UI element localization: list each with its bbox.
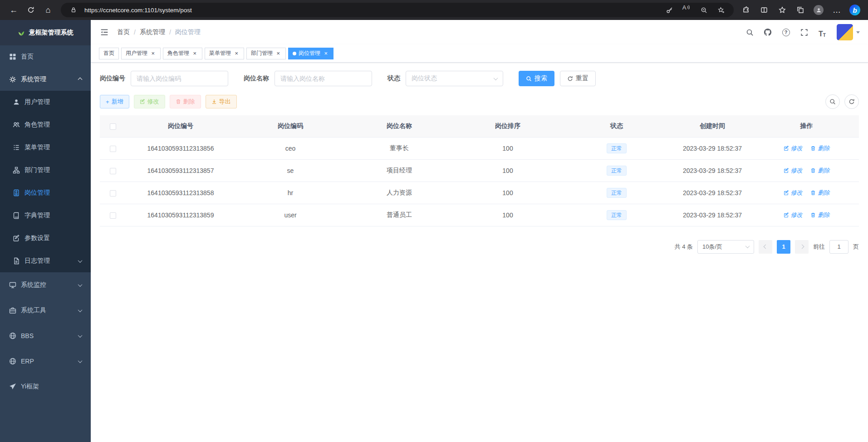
edit-link[interactable]: 修改 bbox=[784, 211, 803, 219]
refresh-table-button[interactable] bbox=[844, 94, 859, 109]
cell-post-sort: 100 bbox=[453, 182, 563, 204]
sidebar-menu: 首页 系统管理 用户管理 角色管理 菜单管理 bbox=[0, 45, 91, 399]
cell-post-name: 人力资源 bbox=[346, 182, 453, 204]
help-icon[interactable]: ? bbox=[780, 27, 791, 38]
sidebar-item-log-mgmt[interactable]: 日志管理 bbox=[0, 250, 91, 272]
chevron-down-icon bbox=[78, 333, 83, 338]
extensions-icon[interactable] bbox=[738, 2, 754, 18]
close-icon[interactable]: × bbox=[191, 50, 198, 57]
browser-address-bar[interactable]: https://ccnetcore.com:1101/system/post A bbox=[61, 3, 734, 17]
goto-unit-label: 页 bbox=[853, 243, 859, 251]
add-favorite-icon[interactable] bbox=[715, 4, 727, 16]
cell-post-id: 1641030593112313859 bbox=[126, 204, 235, 226]
search-button[interactable]: 搜索 bbox=[519, 71, 554, 86]
row-checkbox[interactable] bbox=[110, 212, 116, 219]
url-text[interactable]: https://ccnetcore.com:1101/system/post bbox=[84, 7, 192, 14]
github-icon[interactable] bbox=[762, 27, 773, 38]
close-icon[interactable]: × bbox=[233, 50, 240, 57]
column-post-name: 岗位名称 bbox=[346, 115, 453, 137]
tab-menu-mgmt[interactable]: 菜单管理 × bbox=[205, 48, 244, 59]
goto-page-input[interactable] bbox=[829, 240, 848, 254]
sidebar-item-user-mgmt[interactable]: 用户管理 bbox=[0, 91, 91, 113]
cell-created-time: 2023-03-29 18:52:37 bbox=[671, 204, 754, 226]
sidebar-item-dept-mgmt[interactable]: 部门管理 bbox=[0, 159, 91, 182]
page-size-select[interactable]: 10条/页 bbox=[697, 240, 754, 254]
user-icon bbox=[13, 98, 20, 106]
browser-menu-icon[interactable]: … bbox=[829, 2, 844, 18]
delete-link[interactable]: 删除 bbox=[810, 144, 829, 152]
browser-refresh-icon[interactable] bbox=[23, 2, 39, 18]
edit-link[interactable]: 修改 bbox=[784, 189, 803, 197]
cell-post-id: 1641030593112313856 bbox=[126, 137, 235, 159]
close-icon[interactable]: × bbox=[323, 50, 329, 57]
sidebar-item-menu-mgmt[interactable]: 菜单管理 bbox=[0, 136, 91, 159]
app-title: 意框架管理系统 bbox=[29, 29, 74, 37]
sidebar-item-system-mgmt[interactable]: 系统管理 bbox=[0, 68, 91, 91]
tab-role-mgmt[interactable]: 角色管理 × bbox=[163, 48, 202, 59]
close-icon[interactable]: × bbox=[150, 50, 156, 57]
delete-link[interactable]: 删除 bbox=[810, 167, 829, 175]
download-icon bbox=[211, 99, 217, 104]
prev-page-button[interactable] bbox=[759, 240, 772, 254]
row-checkbox[interactable] bbox=[110, 168, 116, 174]
browser-home-icon[interactable]: ⌂ bbox=[40, 2, 56, 18]
sidebar-item-dict-mgmt[interactable]: 字典管理 bbox=[0, 204, 91, 227]
tab-dept-mgmt[interactable]: 部门管理 × bbox=[246, 48, 286, 59]
row-checkbox[interactable] bbox=[110, 146, 116, 152]
delete-link[interactable]: 删除 bbox=[810, 211, 829, 219]
sidebar-item-role-mgmt[interactable]: 角色管理 bbox=[0, 113, 91, 136]
sidebar-item-erp[interactable]: ERP bbox=[0, 349, 91, 374]
status-select[interactable]: 岗位状态 bbox=[406, 71, 503, 86]
export-button[interactable]: 导出 bbox=[206, 95, 237, 108]
sidebar-item-home[interactable]: 首页 bbox=[0, 45, 91, 68]
add-button[interactable]: + 新增 bbox=[100, 95, 129, 108]
page-content: 岗位编号 岗位名称 状态 岗位状态 搜索 bbox=[91, 63, 868, 442]
sidebar-item-yi-framework[interactable]: Yi框架 bbox=[0, 374, 91, 399]
toggle-search-button[interactable] bbox=[825, 94, 840, 109]
page-number-1[interactable]: 1 bbox=[777, 240, 790, 254]
close-icon[interactable]: × bbox=[275, 50, 281, 57]
user-avatar[interactable] bbox=[837, 24, 860, 40]
trash-icon bbox=[810, 212, 816, 218]
sidebar-toggle-icon[interactable] bbox=[99, 27, 110, 38]
edit-link[interactable]: 修改 bbox=[784, 167, 803, 175]
globe-icon bbox=[9, 332, 16, 339]
breadcrumb-system-mgmt[interactable]: 系统管理 bbox=[140, 28, 165, 36]
browser-profile-avatar[interactable] bbox=[811, 2, 826, 18]
sidebar-item-bbs[interactable]: BBS bbox=[0, 323, 91, 349]
split-screen-icon[interactable] bbox=[756, 2, 772, 18]
users-icon bbox=[13, 121, 20, 128]
post-code-input[interactable] bbox=[131, 71, 228, 86]
edit-link[interactable]: 修改 bbox=[784, 144, 803, 152]
delete-link[interactable]: 删除 bbox=[810, 189, 829, 197]
sidebar-item-param-settings[interactable]: 参数设置 bbox=[0, 227, 91, 250]
tab-home[interactable]: 首页 bbox=[99, 48, 119, 59]
zoom-icon[interactable] bbox=[697, 4, 710, 16]
delete-button[interactable]: 删除 bbox=[170, 95, 201, 108]
chevron-right-icon bbox=[799, 245, 804, 249]
font-size-icon[interactable]: TT bbox=[817, 27, 828, 38]
post-name-input[interactable] bbox=[275, 71, 372, 86]
header-search-icon[interactable] bbox=[744, 27, 755, 38]
sidebar-item-system-tools[interactable]: 系统工具 bbox=[0, 298, 91, 323]
sidebar-item-system-monitor[interactable]: 系统监控 bbox=[0, 272, 91, 298]
bing-icon[interactable]: b bbox=[847, 2, 863, 18]
reset-button[interactable]: 重置 bbox=[560, 71, 596, 86]
row-checkbox[interactable] bbox=[110, 190, 116, 196]
tab-post-mgmt[interactable]: 岗位管理 × bbox=[288, 48, 333, 59]
table-row: 1641030593112313858 hr 人力资源 100 正常 2023-… bbox=[100, 182, 859, 204]
browser-back-icon[interactable]: ← bbox=[5, 2, 22, 18]
collections-icon[interactable] bbox=[793, 2, 808, 18]
edit-button[interactable]: 修改 bbox=[134, 95, 165, 108]
select-all-checkbox[interactable] bbox=[110, 123, 116, 130]
read-aloud-icon[interactable]: A bbox=[680, 4, 693, 16]
book-icon bbox=[13, 212, 20, 219]
sidebar-item-post-mgmt[interactable]: 岗位管理 bbox=[0, 182, 91, 204]
password-key-icon[interactable] bbox=[663, 4, 676, 16]
status-badge: 正常 bbox=[607, 166, 627, 176]
tab-user-mgmt[interactable]: 用户管理 × bbox=[121, 48, 161, 59]
favorites-icon[interactable] bbox=[775, 2, 790, 18]
next-page-button[interactable] bbox=[795, 240, 809, 254]
breadcrumb-home[interactable]: 首页 bbox=[117, 28, 130, 36]
fullscreen-icon[interactable] bbox=[799, 27, 809, 38]
